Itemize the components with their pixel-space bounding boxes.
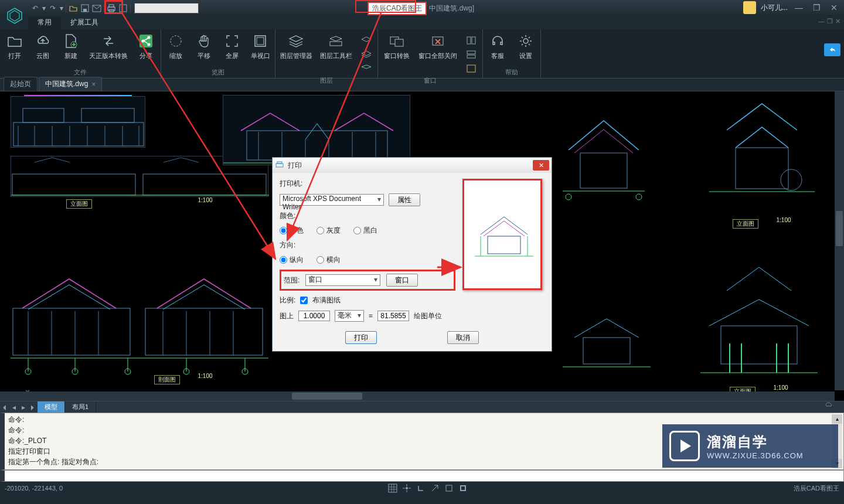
undo-drop-icon[interactable]: ▾: [41, 2, 47, 14]
status-grid[interactable]: [387, 483, 399, 493]
status-osnap[interactable]: [443, 483, 455, 493]
ribbon-group-layer: 图层管理器 图层工具栏 图层: [275, 29, 378, 78]
scale-val1[interactable]: [298, 311, 330, 321]
mdi-restore[interactable]: ❐: [827, 18, 833, 25]
layer-s2[interactable]: [359, 48, 374, 61]
scale-val2[interactable]: [377, 311, 409, 321]
annotation-box-title: [355, 0, 416, 13]
tz-convert-button[interactable]: 天正版本转换: [86, 32, 131, 60]
open-icon[interactable]: [67, 2, 79, 14]
share-badge[interactable]: [824, 43, 840, 56]
dialog-close-button[interactable]: ✕: [533, 160, 549, 171]
status-lwt[interactable]: [457, 483, 469, 493]
layout-prev2[interactable]: ◂: [9, 403, 19, 411]
tab-extend[interactable]: 扩展工具: [61, 16, 108, 29]
status-snap[interactable]: [401, 483, 413, 493]
redo-icon[interactable]: ↷: [47, 2, 59, 14]
mail-icon[interactable]: [91, 2, 103, 14]
radio-portrait[interactable]: 纵向: [280, 255, 304, 265]
cloud-button[interactable]: 云图: [29, 32, 56, 60]
win-s1[interactable]: [464, 34, 479, 47]
full-button[interactable]: 全屏: [219, 32, 246, 60]
annotation-box-print: [104, 0, 123, 14]
tab-document[interactable]: 中国建筑.dwg×: [39, 77, 102, 91]
svg-point-54: [781, 169, 802, 190]
caption-section: 剖面图: [154, 375, 180, 384]
winconv-label: 窗口转换: [384, 52, 410, 60]
vp-label: 单视口: [251, 52, 270, 60]
redo-drop-icon[interactable]: ▾: [59, 2, 64, 14]
radio-color[interactable]: 彩色: [280, 226, 304, 236]
close-button[interactable]: ✕: [828, 3, 840, 12]
properties-button[interactable]: 属性: [389, 193, 420, 206]
mdi-close[interactable]: ✕: [835, 18, 840, 25]
layout-next[interactable]: ▸: [19, 403, 28, 411]
unit-select[interactable]: 毫米: [335, 310, 364, 322]
layer-s1[interactable]: [359, 34, 374, 47]
document-tabs: 起始页 中国建筑.dwg×: [0, 79, 844, 91]
mdi-min[interactable]: —: [818, 18, 825, 25]
range-select[interactable]: 窗口: [305, 274, 380, 286]
range-window-button[interactable]: 窗口: [386, 274, 418, 287]
tab-common[interactable]: 常用: [28, 16, 61, 29]
layer-s3[interactable]: [359, 62, 374, 75]
layer-mgr-button[interactable]: 图层管理器: [277, 32, 315, 75]
svg-point-86: [406, 487, 408, 489]
svg-rect-77: [583, 338, 630, 364]
win-convert-button[interactable]: 窗口转换: [379, 32, 414, 75]
share-label: 分享: [139, 52, 152, 60]
v-scrollbar[interactable]: [835, 91, 844, 390]
tab-layout1[interactable]: 布局1: [65, 401, 96, 413]
quick-search-input[interactable]: [134, 3, 199, 13]
canvas-cloud-icon[interactable]: [824, 401, 832, 409]
radio-gray[interactable]: 灰度: [316, 226, 341, 236]
status-ortho[interactable]: [415, 483, 427, 493]
svg-rect-17: [330, 42, 342, 46]
ribbon-group-help: 客服 设置 帮助: [483, 29, 541, 78]
win-closeall-button[interactable]: 窗口全部关闭: [416, 32, 460, 75]
svg-rect-3: [83, 9, 87, 12]
minimize-button[interactable]: —: [792, 3, 805, 12]
dialog-titlebar[interactable]: 打印 ✕: [273, 158, 552, 173]
group-label-layer: 图层: [320, 75, 333, 86]
printer-select[interactable]: Microsoft XPS Document Writer: [280, 194, 384, 206]
undo-icon[interactable]: ↶: [29, 2, 41, 14]
settings-button[interactable]: 设置: [512, 32, 539, 60]
cloud-label: 云图: [36, 52, 49, 60]
radio-bw[interactable]: 黑白: [353, 226, 377, 236]
fit-check[interactable]: 布满图纸: [300, 295, 341, 305]
layout-prev[interactable]: ⏴: [0, 403, 9, 411]
h-scrollbar[interactable]: [0, 391, 835, 401]
win-s2[interactable]: [464, 48, 479, 61]
cs-button[interactable]: 客服: [484, 32, 511, 60]
zoom-button[interactable]: 缩放: [162, 32, 189, 60]
layout-next2[interactable]: ⏵: [28, 403, 38, 411]
share-button[interactable]: 分享: [132, 32, 159, 60]
svg-rect-87: [446, 485, 452, 491]
open-button[interactable]: 打开: [1, 32, 28, 60]
user-avatar[interactable]: [743, 1, 756, 14]
layer-tool-button[interactable]: 图层工具栏: [316, 32, 355, 75]
tab-close-icon[interactable]: ×: [91, 80, 96, 88]
radio-gray-label: 灰度: [326, 226, 341, 236]
new-button[interactable]: 新建: [57, 32, 84, 60]
tab-start[interactable]: 起始页: [4, 77, 38, 91]
maximize-button[interactable]: ❐: [810, 3, 823, 12]
user-name[interactable]: 小可儿...: [761, 3, 788, 13]
tab-model[interactable]: 模型: [38, 401, 65, 413]
range-row-highlight: 范围: 窗口 窗口: [280, 270, 455, 291]
win-s3[interactable]: [464, 62, 479, 75]
svg-rect-89: [276, 164, 283, 167]
command-input[interactable]: [0, 470, 844, 482]
status-polar[interactable]: [429, 483, 441, 493]
radio-landscape-label: 横向: [326, 255, 341, 265]
save-icon[interactable]: [79, 2, 91, 14]
pan-button[interactable]: 平移: [190, 32, 217, 60]
radio-landscape[interactable]: 横向: [316, 255, 341, 265]
winclose-icon: [430, 33, 446, 49]
print-ok-button[interactable]: 打印: [345, 331, 377, 344]
svg-rect-56: [13, 308, 130, 355]
ribbon-group-view: 缩放 平移 全屏 单视口 览图: [161, 29, 275, 78]
print-cancel-button[interactable]: 取消: [447, 331, 479, 344]
viewport-button[interactable]: 单视口: [247, 32, 274, 60]
